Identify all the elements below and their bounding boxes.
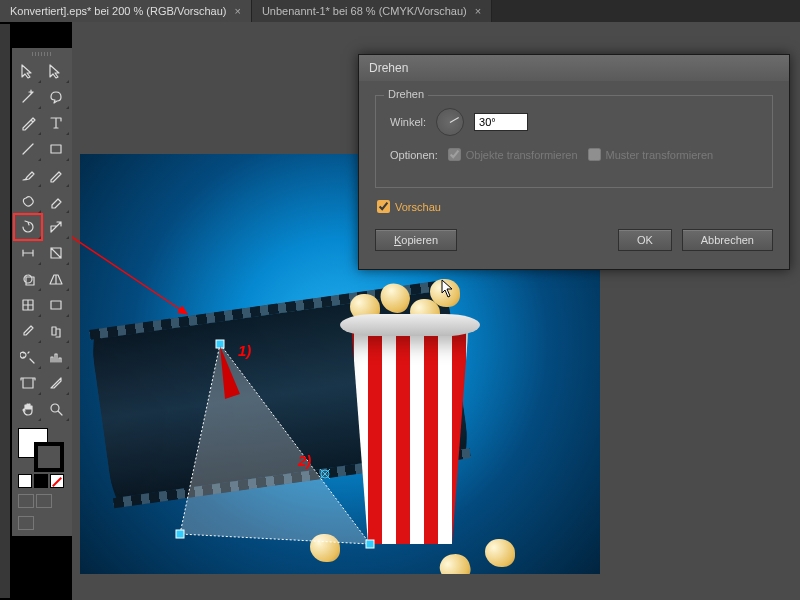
annotation-label-2: 2) — [298, 452, 311, 469]
tool-paintbrush[interactable] — [14, 162, 42, 188]
tool-hand[interactable] — [14, 396, 42, 422]
color-swatch[interactable] — [18, 474, 32, 488]
svg-rect-2 — [176, 530, 184, 538]
document-tabs: Konvertiert].eps* bei 200 % (RGB/Vorscha… — [0, 0, 800, 22]
tool-perspective-grid[interactable] — [42, 266, 70, 292]
cancel-button[interactable]: Abbrechen — [682, 229, 773, 251]
tool-eraser[interactable] — [42, 188, 70, 214]
preview-checkbox[interactable]: Vorschau — [377, 200, 441, 213]
dialog-titlebar[interactable]: Drehen — [359, 55, 789, 81]
screen-mode-full[interactable] — [36, 494, 52, 508]
svg-marker-0 — [180, 344, 370, 544]
tool-direct-selection[interactable] — [42, 58, 70, 84]
toolbox — [12, 48, 72, 536]
tool-column-graph[interactable] — [42, 344, 70, 370]
copy-button[interactable]: Kopieren — [375, 229, 457, 251]
tool-gradient[interactable] — [42, 292, 70, 318]
tool-zoom[interactable] — [42, 396, 70, 422]
copy-button-rest: opieren — [401, 234, 438, 246]
tool-type[interactable] — [42, 110, 70, 136]
rotate-fieldset: Drehen Winkel: Optionen: Objekte transfo… — [375, 95, 773, 188]
tool-pen[interactable] — [14, 110, 42, 136]
tab-label: Konvertiert].eps* bei 200 % (RGB/Vorscha… — [10, 5, 226, 17]
tool-artboard[interactable] — [14, 370, 42, 396]
tool-scale[interactable] — [42, 214, 70, 240]
angle-dial[interactable] — [436, 108, 464, 136]
transform-objects-checkbox: Objekte transformieren — [448, 148, 578, 161]
fill-stroke-swatch[interactable] — [14, 428, 70, 472]
stroke-swatch[interactable] — [34, 442, 64, 472]
tool-blend[interactable] — [42, 318, 70, 344]
transform-patterns-checkbox: Muster transformieren — [588, 148, 714, 161]
tab-label: Unbenannt-1* bei 68 % (CMYK/Vorschau) — [262, 5, 467, 17]
dialog-title: Drehen — [369, 61, 408, 75]
rotate-dialog: Drehen Drehen Winkel: Optionen: Objekte … — [358, 54, 790, 270]
tool-free-transform[interactable] — [42, 240, 70, 266]
tool-slice[interactable] — [42, 370, 70, 396]
tool-eyedropper[interactable] — [14, 318, 42, 344]
tool-rotate[interactable] — [14, 214, 42, 240]
panel-grip[interactable] — [14, 50, 70, 58]
draw-mode[interactable] — [18, 516, 34, 530]
screen-mode-normal[interactable] — [18, 494, 34, 508]
panel-dock-edge — [0, 24, 10, 598]
tool-line-segment[interactable] — [14, 136, 42, 162]
close-icon[interactable]: × — [234, 5, 240, 17]
none-swatch[interactable] — [50, 474, 64, 488]
fieldset-legend: Drehen — [384, 88, 428, 100]
close-icon[interactable]: × — [475, 5, 481, 17]
gradient-swatch[interactable] — [34, 474, 48, 488]
tool-selection[interactable] — [14, 58, 42, 84]
tool-lasso[interactable] — [42, 84, 70, 110]
selected-path-triangle[interactable] — [170, 344, 400, 544]
tab-document-1[interactable]: Konvertiert].eps* bei 200 % (RGB/Vorscha… — [0, 0, 252, 22]
tool-shape-builder[interactable] — [14, 266, 42, 292]
options-label: Optionen: — [390, 149, 438, 161]
tool-symbol-sprayer[interactable] — [14, 344, 42, 370]
svg-rect-3 — [366, 540, 374, 548]
ok-button[interactable]: OK — [618, 229, 672, 251]
tool-magic-wand[interactable] — [14, 84, 42, 110]
tool-blob-brush[interactable] — [14, 188, 42, 214]
angle-label: Winkel: — [390, 116, 426, 128]
tool-pencil[interactable] — [42, 162, 70, 188]
angle-input[interactable] — [474, 113, 528, 131]
tool-rectangle[interactable] — [42, 136, 70, 162]
tab-document-2[interactable]: Unbenannt-1* bei 68 % (CMYK/Vorschau) × — [252, 0, 492, 22]
mouse-cursor-icon — [441, 279, 455, 299]
tool-width[interactable] — [14, 240, 42, 266]
artwork-popcorn — [485, 539, 515, 567]
annotation-label-1: 1) — [238, 342, 251, 359]
tool-mesh[interactable] — [14, 292, 42, 318]
svg-rect-1 — [216, 340, 224, 348]
